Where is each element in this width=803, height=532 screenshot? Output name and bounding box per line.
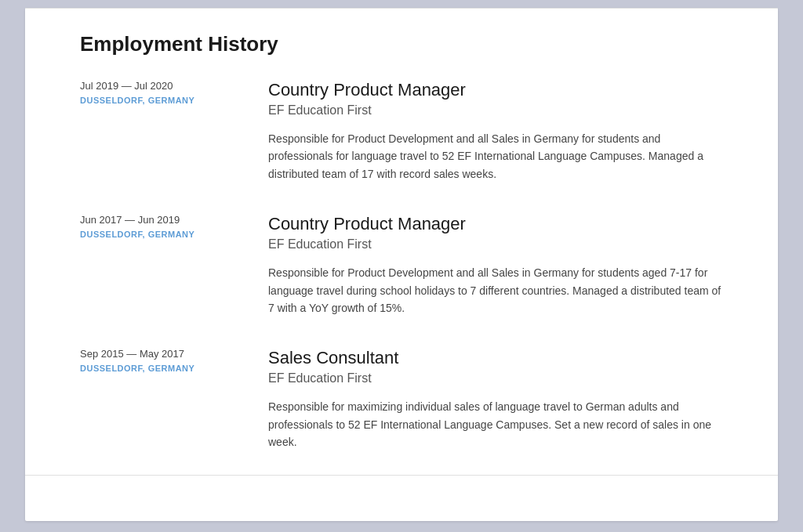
job-entry-1: Jul 2019 — Jul 2020 DUSSELDORF, GERMANY … (80, 80, 723, 183)
job-entry-2: Jun 2017 — Jun 2019 DUSSELDORF, GERMANY … (80, 214, 723, 317)
job-location-2[interactable]: DUSSELDORF, GERMANY (80, 230, 253, 239)
job-company-1: EF Education First (268, 103, 723, 118)
job-entry-3: Sep 2015 — May 2017 DUSSELDORF, GERMANY … (80, 348, 723, 451)
job-title-2: Country Product Manager (268, 214, 723, 234)
job-description-2: Responsible for Product Development and … (268, 264, 723, 317)
job-title-1: Country Product Manager (268, 80, 723, 100)
job-company-2: EF Education First (268, 237, 723, 252)
job-right-1: Country Product Manager EF Education Fir… (268, 80, 723, 183)
job-left-2: Jun 2017 — Jun 2019 DUSSELDORF, GERMANY (80, 214, 268, 317)
job-date-2: Jun 2017 — Jun 2019 (80, 214, 253, 226)
job-right-3: Sales Consultant EF Education First Resp… (268, 348, 723, 451)
job-date-1: Jul 2019 — Jul 2020 (80, 80, 253, 92)
job-description-1: Responsible for Product Development and … (268, 130, 723, 183)
job-right-2: Country Product Manager EF Education Fir… (268, 214, 723, 317)
job-location-1[interactable]: DUSSELDORF, GERMANY (80, 96, 253, 105)
job-company-3: EF Education First (268, 371, 723, 385)
main-card: Employment History Jul 2019 — Jul 2020 D… (25, 8, 778, 521)
job-location-3[interactable]: DUSSELDORF, GERMANY (80, 364, 253, 373)
job-description-3: Responsible for maximizing individual sa… (268, 398, 723, 451)
job-left-3: Sep 2015 — May 2017 DUSSELDORF, GERMANY (80, 348, 268, 451)
employment-history-section: Employment History Jul 2019 — Jul 2020 D… (25, 8, 778, 476)
job-date-3: Sep 2015 — May 2017 (80, 348, 253, 360)
job-title-3: Sales Consultant (268, 348, 723, 368)
section-title: Employment History (80, 32, 723, 56)
job-left-1: Jul 2019 — Jul 2020 DUSSELDORF, GERMANY (80, 80, 268, 183)
